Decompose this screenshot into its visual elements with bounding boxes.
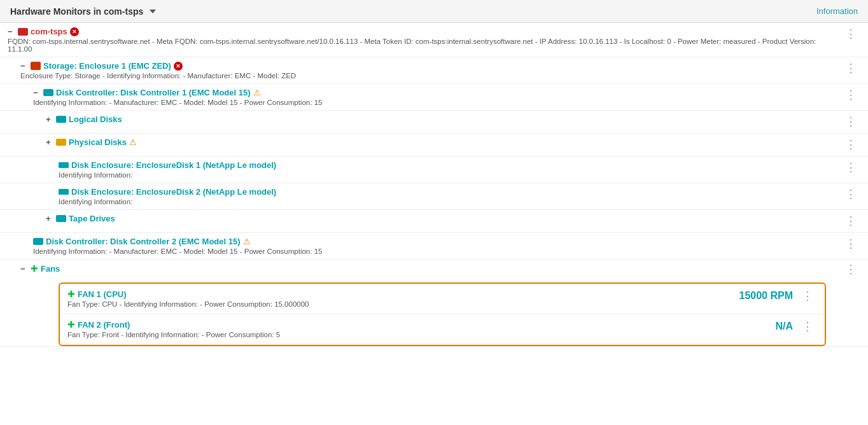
fan1-title: ✚ FAN 1 (CPU) — [67, 289, 309, 299]
disk-ctrl-2-label: Disk Controller: Disk Controller 2 (EMC … — [46, 237, 241, 246]
fan2-detail: Fan Type: Front - Identifying Informatio… — [67, 331, 280, 338]
disk-enc-2-right: ⋮ — [841, 187, 860, 201]
disk-ctrl-1-collapse-btn[interactable]: − — [33, 88, 41, 97]
root-label: com-tsps — [31, 27, 67, 36]
page-title-text: Hardware Monitors in com-tsps — [10, 6, 143, 17]
physical-disks-warn-icon: ⚠ — [129, 137, 137, 147]
fan1-right: 15000 RPM ⋮ — [723, 289, 817, 303]
tape-drives-row: + Tape Drives ⋮ — [0, 210, 868, 233]
fan2-value: N/A — [723, 321, 793, 332]
disk-enc-1-row: Disk Enclosure: EnclosureDisk 1 (NetApp … — [0, 157, 868, 183]
storage-icon — [31, 62, 41, 70]
fan1-label: FAN 1 (CPU) — [78, 289, 127, 299]
physical-disks-left: + Physical Disks ⚠ — [46, 137, 137, 147]
fan1-detail: Fan Type: CPU - Identifying Information:… — [67, 300, 309, 308]
fan2-right: N/A ⋮ — [723, 319, 817, 333]
logical-disks-icon — [56, 116, 66, 123]
fans-title-row: − ✚ Fans — [0, 260, 834, 282]
disk-ctrl-1-detail: Identifying Information: - Manufacturer:… — [33, 99, 322, 106]
disk-ctrl-2-warn-icon: ⚠ — [243, 237, 251, 246]
logical-disks-left: + Logical Disks — [46, 115, 122, 124]
storage-row: − Storage: Enclosure 1 (EMC ZED) ✕ Enclo… — [0, 57, 868, 84]
server-icon — [18, 28, 28, 36]
fan1-left: ✚ FAN 1 (CPU) Fan Type: CPU - Identifyin… — [67, 289, 309, 308]
physical-disks-right: ⋮ — [841, 137, 860, 151]
disk-ctrl-1-icon — [43, 89, 53, 96]
disk-ctrl-2-title: Disk Controller: Disk Controller 2 (EMC … — [33, 237, 322, 246]
physical-disks-expand-btn[interactable]: + — [46, 137, 53, 147]
disk-ctrl-1-title: − Disk Controller: Disk Controller 1 (EM… — [33, 88, 322, 97]
disk-enc-1-icon — [59, 162, 69, 168]
disk-ctrl-1-row: − Disk Controller: Disk Controller 1 (EM… — [0, 84, 868, 111]
root-title: − com-tsps ✕ — [8, 27, 841, 36]
logical-disks-right: ⋮ — [841, 115, 860, 129]
storage-menu-btn[interactable]: ⋮ — [841, 61, 860, 75]
fan1-icon: ✚ — [67, 289, 75, 299]
physical-disks-title: + Physical Disks ⚠ — [46, 137, 137, 147]
logical-disks-row: + Logical Disks ⋮ — [0, 111, 868, 134]
disk-ctrl-2-menu-btn[interactable]: ⋮ — [841, 237, 860, 251]
fan1-row: ✚ FAN 1 (CPU) Fan Type: CPU - Identifyin… — [60, 284, 825, 314]
fan2-menu-btn[interactable]: ⋮ — [798, 319, 817, 333]
fan2-icon: ✚ — [67, 319, 75, 330]
disk-ctrl-2-icon — [33, 238, 43, 245]
physical-disks-menu-btn[interactable]: ⋮ — [841, 137, 860, 151]
content-area: − com-tsps ✕ FQDN: com-tsps.internal.sen… — [0, 23, 868, 425]
tape-drives-left: + Tape Drives — [46, 214, 115, 223]
disk-ctrl-2-detail: Identifying Information: - Manufacturer:… — [33, 247, 322, 255]
fan2-label: FAN 2 (Front) — [78, 320, 130, 330]
fan2-title: ✚ FAN 2 (Front) — [67, 319, 280, 330]
root-row-left: − com-tsps ✕ FQDN: com-tsps.internal.sen… — [8, 27, 841, 53]
disk-ctrl-1-left: − Disk Controller: Disk Controller 1 (EM… — [33, 88, 322, 106]
disk-enc-1-title: Disk Enclosure: EnclosureDisk 1 (NetApp … — [59, 160, 276, 170]
info-link[interactable]: Information — [816, 6, 858, 16]
physical-disks-label: Physical Disks — [69, 137, 127, 147]
fans-label: Fans — [41, 264, 60, 274]
disk-ctrl-1-right: ⋮ — [841, 88, 860, 102]
logical-disks-label: Logical Disks — [69, 115, 122, 124]
tape-drives-label: Tape Drives — [69, 214, 115, 223]
disk-enc-2-detail: Identifying Information: — [59, 198, 276, 206]
storage-row-left: − Storage: Enclosure 1 (EMC ZED) ✕ Enclo… — [20, 61, 296, 80]
fan2-left: ✚ FAN 2 (Front) Fan Type: Front - Identi… — [67, 319, 280, 338]
logical-disks-expand-btn[interactable]: + — [46, 115, 53, 124]
fans-title-left: − ✚ Fans — [20, 263, 60, 274]
fan-highlight-box: ✚ FAN 1 (CPU) Fan Type: CPU - Identifyin… — [59, 282, 826, 346]
fans-collapse-btn[interactable]: − — [20, 264, 28, 274]
fans-header-left: − ✚ Fans ✚ FAN 1 (CPU) Fan Type: CPU - I — [0, 260, 834, 346]
disk-ctrl-1-warn-icon: ⚠ — [253, 88, 261, 97]
storage-collapse-btn[interactable]: − — [20, 61, 28, 71]
title-dropdown-icon[interactable] — [150, 10, 156, 13]
top-bar: Hardware Monitors in com-tsps Informatio… — [0, 0, 868, 23]
tape-drives-title: + Tape Drives — [46, 214, 115, 223]
disk-ctrl-1-menu-btn[interactable]: ⋮ — [841, 88, 860, 102]
physical-disks-icon — [56, 139, 66, 146]
disk-enc-1-label: Disk Enclosure: EnclosureDisk 1 (NetApp … — [71, 160, 276, 170]
storage-row-right: ⋮ — [841, 61, 860, 75]
disk-enc-1-menu-btn[interactable]: ⋮ — [841, 160, 860, 174]
disk-enc-2-title: Disk Enclosure: EnclosureDisk 2 (NetApp … — [59, 187, 276, 197]
fans-header-right: ⋮ — [834, 260, 868, 279]
logical-disks-title: + Logical Disks — [46, 115, 122, 124]
fans-menu-btn[interactable]: ⋮ — [841, 261, 860, 277]
root-row-right: ⋮ — [841, 27, 860, 41]
storage-error-badge: ✕ — [174, 62, 183, 71]
disk-ctrl-1-label: Disk Controller: Disk Controller 1 (EMC … — [56, 88, 251, 97]
root-row: − com-tsps ✕ FQDN: com-tsps.internal.sen… — [0, 23, 868, 57]
root-detail: FQDN: com-tsps.internal.sentrysoftware.n… — [8, 38, 841, 53]
root-menu-btn[interactable]: ⋮ — [841, 27, 860, 41]
tape-drives-menu-btn[interactable]: ⋮ — [841, 214, 860, 228]
logical-disks-menu-btn[interactable]: ⋮ — [841, 115, 860, 129]
disk-enc-2-row: Disk Enclosure: EnclosureDisk 2 (NetApp … — [0, 183, 868, 210]
disk-enc-2-label: Disk Enclosure: EnclosureDisk 2 (NetApp … — [71, 187, 276, 197]
tape-drives-expand-btn[interactable]: + — [46, 214, 53, 223]
disk-enc-2-left: Disk Enclosure: EnclosureDisk 2 (NetApp … — [59, 187, 276, 206]
fan1-menu-btn[interactable]: ⋮ — [798, 289, 817, 303]
storage-title: − Storage: Enclosure 1 (EMC ZED) ✕ — [20, 61, 296, 71]
fans-title: − ✚ Fans — [20, 263, 60, 274]
tape-drives-right: ⋮ — [841, 214, 860, 228]
root-collapse-btn[interactable]: − — [8, 27, 15, 36]
disk-enc-2-menu-btn[interactable]: ⋮ — [841, 187, 860, 201]
disk-enc-1-right: ⋮ — [841, 160, 860, 174]
physical-disks-row: + Physical Disks ⚠ ⋮ — [0, 134, 868, 157]
